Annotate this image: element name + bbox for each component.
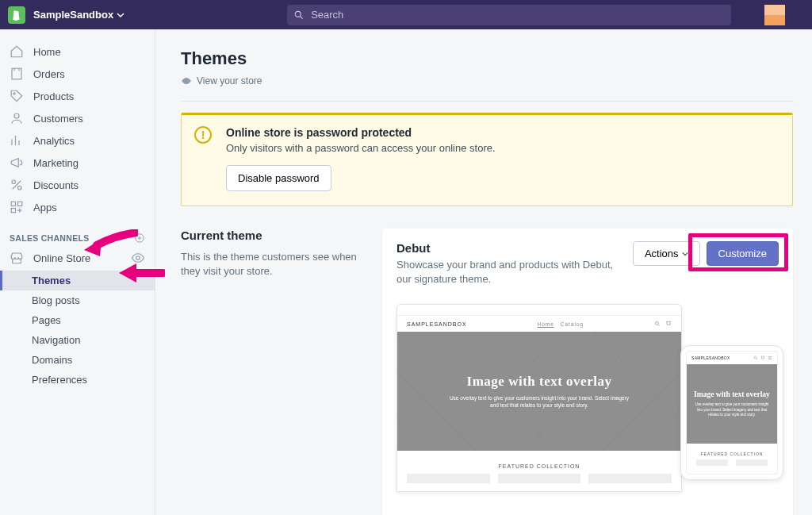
view-store-label: View your store (197, 75, 262, 86)
sidebar-sub-navigation[interactable]: Navigation (0, 330, 155, 350)
cart-icon (760, 356, 765, 360)
svg-point-2 (13, 93, 15, 94)
preview-hero-sub: Use overlay text to give your customers … (693, 402, 771, 417)
chevron-down-icon (117, 11, 124, 19)
sidebar-sub-pages[interactable]: Pages (0, 310, 155, 330)
preview-nav-link: Catalog (561, 321, 584, 327)
main-content: Themes View your store ! Online store is… (155, 29, 812, 515)
sidebar-item-products[interactable]: Products (0, 85, 155, 107)
svg-rect-6 (11, 202, 15, 206)
caret-down-icon (682, 251, 688, 257)
preview-hero-title: Image with text overlay (694, 390, 770, 398)
store-icon (10, 251, 24, 265)
topbar: SampleSandbox (0, 0, 812, 29)
svg-point-13 (754, 356, 756, 359)
sidebar-item-customers[interactable]: Customers (0, 107, 155, 129)
theme-tagline: Showcase your brand and products with De… (396, 258, 619, 286)
sidebar-item-online-store[interactable]: Online Store (0, 247, 155, 269)
preview-store-name: SAMPLESANDBOX (407, 321, 467, 327)
svg-rect-7 (18, 202, 22, 206)
preview-featured-label: FEATURED COLLECTION (397, 451, 681, 474)
sidebar-subnav: Themes Blog posts Pages Navigation Domai… (0, 269, 155, 391)
current-theme-heading: Current theme (181, 229, 363, 242)
sidebar-item-label: Apps (33, 202, 57, 213)
analytics-icon (10, 133, 24, 148)
plus-circle-icon[interactable] (134, 233, 145, 244)
sidebar-item-label: Marketing (33, 157, 79, 169)
sidebar-item-label: Products (33, 90, 74, 102)
svg-point-4 (12, 180, 16, 184)
sidebar-item-label: Orders (33, 68, 65, 80)
sidebar-item-marketing[interactable]: Marketing (0, 152, 155, 174)
disable-password-button[interactable]: Disable password (226, 165, 331, 191)
preview-hero-sub: Use overlay text to give your customers … (448, 394, 630, 410)
preview-desktop: SAMPLESANDBOX Home Catalog Image w (396, 304, 682, 492)
svg-point-3 (14, 113, 19, 118)
sidebar-item-label: Home (33, 46, 61, 58)
sidebar-item-home[interactable]: Home (0, 40, 155, 63)
percent-icon (10, 178, 24, 192)
preview-featured-label: FEATURED COLLECTION (687, 444, 777, 459)
sidebar-item-orders[interactable]: Orders (0, 63, 155, 85)
preview-hero-title: Image with text overlay (467, 374, 612, 390)
sidebar-sub-blog-posts[interactable]: Blog posts (0, 290, 155, 310)
current-theme-desc: This is the theme customers see when the… (181, 250, 363, 279)
eye-icon (181, 75, 192, 86)
password-banner: ! Online store is password protected Onl… (181, 113, 793, 206)
menu-icon (768, 356, 772, 360)
sidebar-sub-domains[interactable]: Domains (0, 350, 155, 370)
sidebar-item-analytics[interactable]: Analytics (0, 129, 155, 152)
search-icon (293, 10, 304, 21)
preview-store-name: SAMPLESANDBOX (691, 356, 730, 360)
global-search[interactable] (287, 5, 731, 25)
store-name-label: SampleSandbox (33, 9, 113, 21)
home-icon (10, 44, 24, 59)
actions-label: Actions (645, 248, 679, 259)
sidebar-item-label: Analytics (33, 135, 75, 147)
account-avatar[interactable] (764, 5, 785, 25)
sidebar-sub-preferences[interactable]: Preferences (0, 370, 155, 390)
svg-rect-8 (11, 209, 15, 213)
sidebar-item-label: Customers (33, 113, 83, 125)
page-title: Themes (181, 48, 793, 69)
sidebar-section-sales-channels: SALES CHANNELS (0, 218, 155, 247)
person-icon (10, 111, 24, 125)
sidebar-item-label: Online Store (33, 252, 90, 264)
apps-icon (10, 200, 24, 214)
banner-body: Only visitors with a password can access… (226, 142, 779, 154)
search-input[interactable] (311, 9, 725, 21)
view-store-link[interactable]: View your store (181, 75, 793, 86)
banner-title: Online store is password protected (226, 126, 779, 139)
svg-point-0 (295, 11, 301, 17)
cart-icon (665, 321, 672, 327)
shopify-logo-icon (8, 6, 25, 24)
sidebar-item-discounts[interactable]: Discounts (0, 174, 155, 196)
search-icon (654, 321, 661, 327)
preview-mobile: SAMPLESANDBOX Image with text overlay Us… (680, 345, 783, 480)
tag-icon (10, 89, 24, 103)
sidebar-section-label: SALES CHANNELS (10, 233, 89, 243)
current-theme-sidebar: Current theme This is the theme customer… (181, 229, 363, 515)
current-theme-card: Debut Showcase your brand and products w… (382, 229, 793, 515)
svg-rect-1 (12, 68, 21, 79)
sidebar-item-label: Discounts (33, 179, 79, 191)
svg-point-11 (185, 79, 188, 83)
preview-nav-link: Home (537, 321, 553, 327)
store-switcher[interactable]: SampleSandbox (33, 9, 124, 21)
sidebar-sub-themes[interactable]: Themes (0, 271, 155, 290)
theme-name: Debut (396, 241, 619, 255)
theme-actions-button[interactable]: Actions (633, 241, 700, 266)
eye-icon[interactable] (131, 251, 145, 265)
orders-icon (10, 67, 24, 81)
svg-point-10 (136, 256, 140, 260)
search-icon (753, 356, 758, 360)
svg-point-12 (655, 322, 658, 325)
customize-button[interactable]: Customize (707, 241, 779, 266)
svg-point-5 (18, 186, 22, 190)
warning-icon: ! (194, 126, 212, 144)
sidebar-item-apps[interactable]: Apps (0, 196, 155, 218)
theme-preview: SAMPLESANDBOX Home Catalog Image w (396, 304, 779, 510)
sidebar: Home Orders Products Customers Analytics… (0, 29, 155, 515)
megaphone-icon (10, 156, 24, 170)
